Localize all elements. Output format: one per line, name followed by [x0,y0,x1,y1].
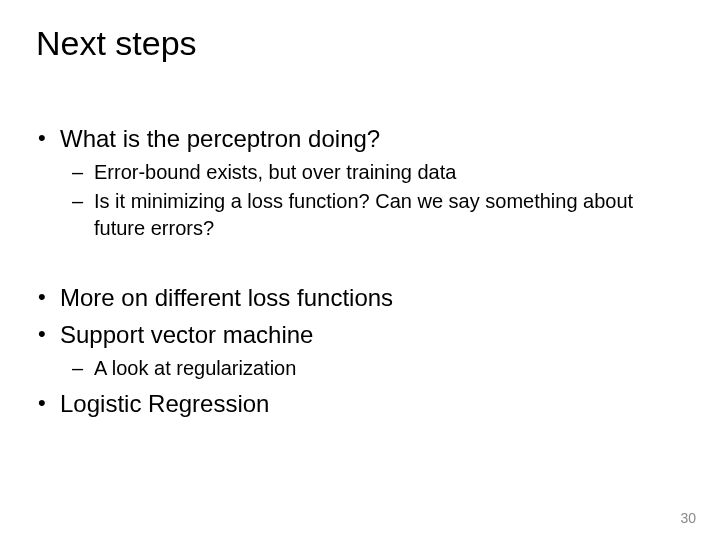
bullet-list: What is the perceptron doing? Error-boun… [36,123,684,242]
sub-bullet-item: Error-bound exists, but over training da… [94,159,684,186]
bullet-item: More on different loss functions [60,282,684,314]
bullet-item: Logistic Regression [60,388,684,420]
bullet-item: Support vector machine A look at regular… [60,319,684,382]
page-number: 30 [680,510,696,526]
bullet-list: More on different loss functions Support… [36,282,684,420]
bullet-text: What is the perceptron doing? [60,125,380,152]
sub-bullet-item: A look at regularization [94,355,684,382]
sub-bullet-list: A look at regularization [60,355,684,382]
sub-bullet-list: Error-bound exists, but over training da… [60,159,684,242]
bullet-item: What is the perceptron doing? Error-boun… [60,123,684,242]
bullet-text: Support vector machine [60,321,313,348]
sub-bullet-item: Is it minimizing a loss function? Can we… [94,188,684,242]
slide-title: Next steps [36,24,684,63]
